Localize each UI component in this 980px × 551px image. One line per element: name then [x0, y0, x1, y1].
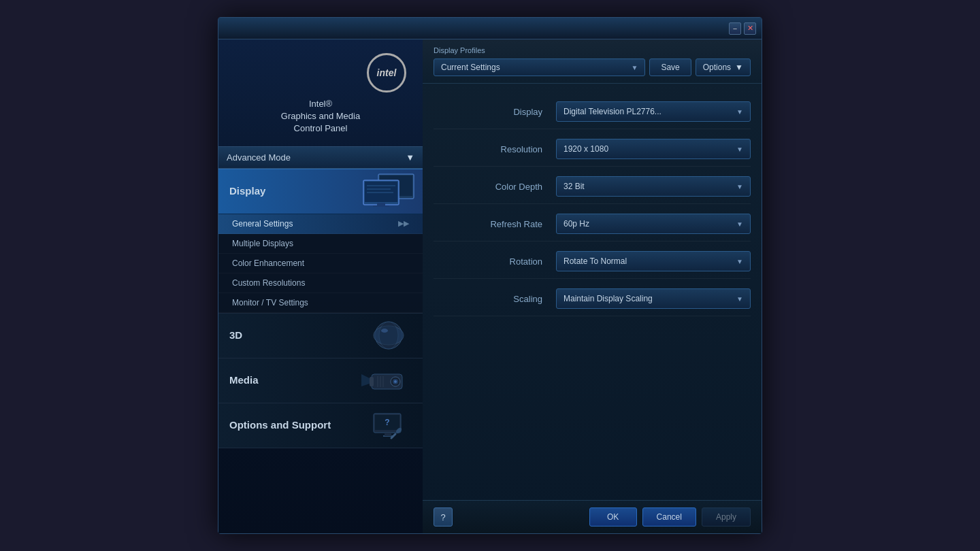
svg-point-13: [379, 322, 398, 349]
rotation-chevron: ▼: [736, 258, 743, 265]
content-area: intel Intel® Graphics and Media Control …: [218, 39, 762, 533]
scaling-chevron: ▼: [736, 295, 743, 303]
refresh-rate-setting-label: Refresh Rate: [434, 219, 556, 229]
sub-item-monitor-tv[interactable]: Monitor / TV Settings: [218, 293, 423, 313]
ok-button[interactable]: OK: [589, 507, 637, 527]
bottom-bar: ? OK Cancel Apply: [423, 500, 762, 533]
display-item-left: Display: [218, 174, 355, 208]
svg-text:?: ?: [385, 418, 389, 427]
media-item-left: Media: [218, 363, 355, 397]
display-setting-label: Display: [434, 107, 556, 117]
nav-section: Display: [218, 169, 423, 533]
resolution-setting-control: 1920 x 1080 ▼: [556, 139, 751, 159]
setting-row-color-depth: Color Depth 32 Bit ▼: [434, 169, 751, 204]
resolution-chevron: ▼: [736, 146, 743, 153]
options-item-left: Options and Support: [218, 408, 355, 442]
monitors-icon: [358, 171, 419, 212]
options-icon: ?: [361, 407, 416, 444]
sub-item-custom-resolutions[interactable]: Custom Resolutions: [218, 273, 423, 293]
svg-rect-19: [370, 377, 374, 386]
display-select[interactable]: Digital Television PL2776... ▼: [556, 101, 751, 122]
refresh-rate-setting-control: 60p Hz ▼: [556, 214, 751, 234]
profiles-label: Display Profiles: [434, 46, 751, 54]
cancel-button[interactable]: Cancel: [642, 507, 696, 527]
3d-icon: [361, 317, 416, 354]
setting-row-rotation: Rotation Rotate To Normal ▼: [434, 244, 751, 279]
display-chevron: ▼: [736, 108, 743, 116]
display-label: Display: [229, 185, 265, 197]
media-icon: [361, 362, 416, 399]
sub-item-color-enhancement[interactable]: Color Enhancement: [218, 254, 423, 273]
sub-menu: General Settings ▶▶ Multiple Displays Co…: [218, 214, 423, 313]
media-label: Media: [229, 374, 259, 386]
resolution-setting-label: Resolution: [434, 144, 556, 154]
submenu-arrow: ▶▶: [398, 219, 409, 228]
refresh-rate-select[interactable]: 60p Hz ▼: [556, 214, 751, 234]
logo-area: intel Intel® Graphics and Media Control …: [218, 39, 423, 146]
rotation-select[interactable]: Rotate To Normal ▼: [556, 251, 751, 271]
settings-area: Display Digital Television PL2776... ▼ R…: [423, 84, 762, 500]
save-button[interactable]: Save: [649, 59, 691, 76]
svg-marker-20: [361, 374, 370, 386]
mode-dropdown-arrow: ▼: [406, 152, 414, 163]
svg-line-30: [391, 434, 395, 438]
svg-rect-27: [385, 433, 391, 436]
scaling-setting-label: Scaling: [434, 294, 556, 304]
sub-item-multiple-displays[interactable]: Multiple Displays: [218, 234, 423, 254]
sidebar-item-3d[interactable]: 3D: [218, 313, 423, 358]
mode-label: Advanced Mode: [227, 152, 291, 163]
setting-row-display: Display Digital Television PL2776... ▼: [434, 95, 751, 129]
svg-rect-10: [373, 205, 389, 207]
setting-row-scaling: Scaling Maintain Display Scaling ▼: [434, 282, 751, 316]
sub-item-general-settings[interactable]: General Settings ▶▶: [218, 214, 423, 234]
refresh-rate-chevron: ▼: [736, 220, 743, 228]
mode-selector[interactable]: Advanced Mode ▼: [218, 146, 423, 169]
profile-dropdown-arrow: ▼: [631, 64, 638, 71]
color-depth-select[interactable]: 32 Bit ▼: [556, 176, 751, 197]
color-depth-setting-control: 32 Bit ▼: [556, 176, 751, 197]
rotation-setting-label: Rotation: [434, 256, 556, 267]
main-panel: Display Profiles Current Settings ▼ Save…: [423, 39, 762, 533]
title-bar: − ✕: [218, 18, 762, 39]
sidebar-item-media[interactable]: Media: [218, 358, 423, 403]
display-setting-control: Digital Television PL2776... ▼: [556, 101, 751, 122]
scaling-setting-control: Maintain Display Scaling ▼: [556, 288, 751, 309]
close-button[interactable]: ✕: [744, 22, 756, 35]
intel-logo: intel: [367, 53, 406, 93]
3d-label: 3D: [229, 329, 242, 341]
sidebar: intel Intel® Graphics and Media Control …: [218, 39, 423, 533]
svg-point-18: [394, 380, 397, 383]
rotation-setting-control: Rotate To Normal ▼: [556, 251, 751, 271]
svg-rect-5: [365, 182, 397, 202]
setting-row-refresh-rate: Refresh Rate 60p Hz ▼: [434, 207, 751, 241]
svg-point-14: [381, 329, 388, 333]
profiles-controls: Current Settings ▼ Save Options ▼: [434, 59, 751, 76]
3d-image: [355, 314, 423, 358]
sidebar-item-display[interactable]: Display: [218, 169, 423, 214]
display-image: [355, 169, 423, 214]
options-arrow: ▼: [735, 63, 743, 72]
3d-item-left: 3D: [218, 318, 355, 352]
color-depth-setting-label: Color Depth: [434, 182, 556, 192]
resolution-select[interactable]: 1920 x 1080 ▼: [556, 139, 751, 159]
minimize-button[interactable]: −: [729, 22, 741, 35]
svg-rect-9: [377, 203, 385, 205]
apply-button[interactable]: Apply: [702, 507, 751, 527]
color-depth-chevron: ▼: [736, 183, 743, 190]
scaling-select[interactable]: Maintain Display Scaling ▼: [556, 288, 751, 309]
help-button[interactable]: ?: [434, 507, 453, 527]
profiles-bar: Display Profiles Current Settings ▼ Save…: [423, 39, 762, 84]
options-image: ?: [355, 403, 423, 448]
options-dropdown-button[interactable]: Options ▼: [696, 59, 751, 76]
setting-row-resolution: Resolution 1920 x 1080 ▼: [434, 132, 751, 167]
sidebar-item-options[interactable]: Options and Support ?: [218, 403, 423, 448]
profile-dropdown[interactable]: Current Settings ▼: [434, 59, 645, 76]
brand-text: Intel® Graphics and Media Control Panel: [229, 98, 412, 135]
options-label: Options and Support: [229, 419, 331, 431]
main-window: − ✕ intel Intel® Graphics and Media Cont…: [218, 17, 762, 534]
media-image: [355, 358, 423, 403]
